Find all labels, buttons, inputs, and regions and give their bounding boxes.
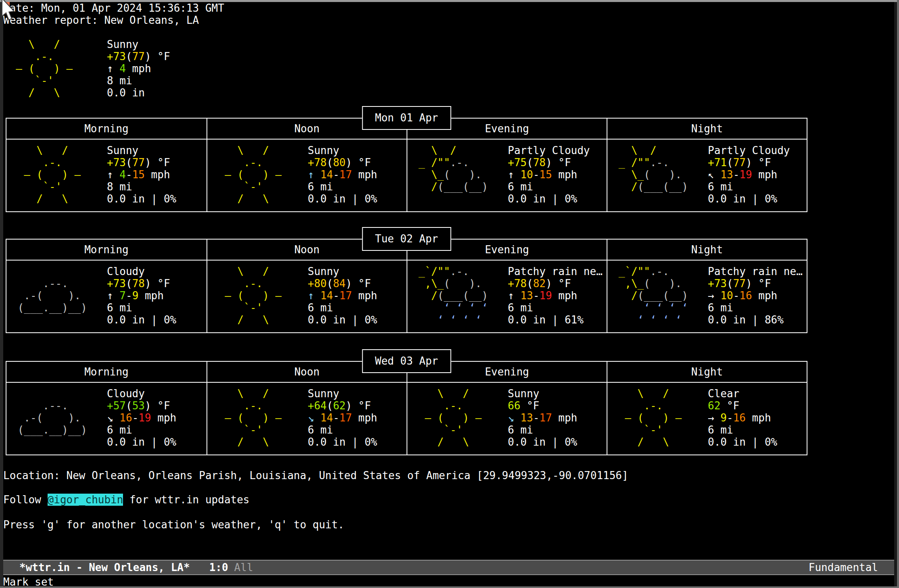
weather-art-icon: \ / .-. ― ( ) ― `-' / \ — [11, 144, 81, 205]
weather-cell-noon: \ / .-. ― ( ) ― `-' / \Sunny+80(84) °F↑ … — [206, 261, 407, 332]
precipitation-value: 0.0 in | 0% — [107, 436, 176, 448]
weather-cell-morning: .--. .-( ). (___.__)__)Cloudy+73(78) °F↑… — [6, 261, 206, 332]
wind-value: → 9-16 mph — [708, 412, 777, 424]
temperature-value: +78(82) °F — [508, 277, 603, 290]
precipitation-value: 0.0 in | 0% — [508, 436, 577, 448]
condition-label: Cloudy — [107, 388, 176, 400]
weather-art-icon: \ / .-. ― ( ) ― `-' / \ — [412, 388, 482, 448]
weather-art-icon: .--. .-( ). (___.__)__) — [11, 388, 87, 448]
temperature-value: +80(84) °F — [308, 277, 377, 290]
forecast-table-body: \ / .-. ― ( ) ― `-' / \Sunny+73(77) °F↑ … — [6, 140, 807, 211]
precipitation-value: 0.0 in | 0% — [308, 193, 377, 205]
date-line: Date: Mon, 01 Apr 2024 15:36:13 GMT — [3, 2, 224, 14]
forecast-table-body: .--. .-( ). (___.__)__)Cloudy+73(78) °F↑… — [6, 261, 807, 332]
wind-value: ↑ 14-17 mph — [308, 290, 377, 302]
visibility-value: 6 mi — [308, 424, 377, 436]
follow-prefix: Follow — [3, 494, 48, 506]
wind-value: ↘ 16-19 mph — [107, 412, 176, 424]
weather-cell-text: Sunny+73(77) °F↑ 4-15 mph8 mi0.0 in | 0% — [107, 144, 176, 205]
current-conditions: \ / .-. ― ( ) ― `-' / \ Sunny +73(77) °F… — [3, 38, 366, 99]
visibility-value: 6 mi — [708, 302, 803, 314]
day-label: Tue 02 Apr — [362, 227, 451, 251]
wind-value: ↘ 14-17 mph — [308, 412, 377, 424]
frame-border-top — [0, 0, 899, 2]
condition-label: Sunny — [107, 144, 176, 156]
weather-cell-text: Sunny+78(80) °F↑ 14-17 mph6 mi0.0 in | 0… — [308, 144, 377, 205]
weather-cell-morning: .--. .-( ). (___.__)__)Cloudy+57(53) °F↘… — [6, 383, 206, 455]
precipitation-value: 0.0 in | 0% — [107, 314, 176, 326]
weather-art-icon: \ / .-. ― ( ) ― `-' / \ — [212, 388, 282, 448]
condition-label: Sunny — [508, 388, 577, 400]
emacs-modeline[interactable]: *wttr.in - New Orleans, LA*1:0All Fundam… — [0, 560, 895, 575]
modeline-left: *wttr.in - New Orleans, LA*1:0All — [0, 561, 253, 574]
weather-cell-text: Partly Cloudy+75(78) °F↑ 10-15 mph6 mi0.… — [508, 144, 590, 205]
condition-label: Cloudy — [107, 265, 176, 277]
weather-cell-text: Cloudy+57(53) °F↘ 16-19 mph6 mi0.0 in | … — [107, 388, 176, 448]
column-header-morning: Morning — [6, 240, 206, 260]
forecast-table: MorningNoonEveningNight .--. .-( ). (___… — [6, 239, 807, 333]
weather-art-icon: _`/"".-. ,\_( ). /(___(__) ‘ ‘ ‘ ‘ ‘ ‘ ‘… — [412, 265, 488, 326]
precipitation-value: 0.0 in | 86% — [708, 314, 803, 326]
weather-cell-evening: \ / .-. ― ( ) ― `-' / \Sunny66 °F↘ 13-17… — [407, 383, 607, 455]
weather-art-icon: \ / _ /"".-. \_( ). /(___(__) — [612, 144, 688, 205]
follow-suffix: for wttr.in updates — [123, 494, 249, 506]
precipitation-value: 0.0 in | 0% — [308, 314, 377, 326]
weather-art-icon: \ / .-. ― ( ) ― `-' / \ — [612, 388, 682, 448]
column-header-morning: Morning — [6, 362, 206, 382]
condition-label: Clear — [708, 388, 777, 400]
forecast-table-body: .--. .-( ). (___.__)__)Cloudy+57(53) °F↘… — [6, 383, 807, 455]
column-header-night: Night — [607, 240, 807, 260]
forecast-table: MorningNoonEveningNight .--. .-( ). (___… — [6, 361, 807, 455]
weather-cell-night: _`/"".-. ,\_( ). /(___(__) ‘ ‘ ‘ ‘ ‘ ‘ ‘… — [607, 261, 807, 332]
date-text: ate: Mon, 01 Apr 2024 15:36:13 GMT — [10, 2, 224, 14]
scrollbar[interactable] — [894, 2, 897, 586]
weather-cell-night: \ / _ /"".-. \_( ). /(___(__)Partly Clou… — [607, 140, 807, 211]
column-header-night: Night — [607, 362, 807, 382]
column-header-night: Night — [607, 119, 807, 139]
temperature-value: 66 °F — [508, 400, 577, 412]
weather-art-icon: \ / _ /"".-. \_( ). /(___(__) — [412, 144, 488, 205]
day-label: Mon 01 Apr — [362, 106, 451, 130]
visibility-value: 6 mi — [708, 424, 777, 436]
weather-cell-evening: _`/"".-. ,\_( ). /(___(__) ‘ ‘ ‘ ‘ ‘ ‘ ‘… — [407, 261, 607, 332]
weather-cell-noon: \ / .-. ― ( ) ― `-' / \Sunny+78(80) °F↑ … — [206, 140, 407, 211]
keyboard-hint-line: Press 'g' for another location's weather… — [3, 519, 344, 531]
weather-cell-evening: \ / _ /"".-. \_( ). /(___(__)Partly Clou… — [407, 140, 607, 211]
twitter-handle-badge[interactable]: @igor_chubin — [48, 494, 123, 506]
cursor-position: 1:0 — [209, 561, 228, 573]
condition-label: Patchy rain ne… — [708, 265, 803, 277]
temperature-value: +64(62) °F — [308, 400, 377, 412]
weather-cell-text: Partly Cloudy+71(77) °F↖ 13-19 mph6 mi0.… — [708, 144, 790, 205]
weather-cell-text: Patchy rain ne…+73(77) °F→ 10-16 mph6 mi… — [708, 265, 803, 326]
wind-value: ↖ 13-19 mph — [708, 169, 790, 181]
day-section: Wed 03 AprMorningNoonEveningNight .--. .… — [6, 349, 807, 458]
condition-label: Patchy rain ne… — [508, 265, 603, 277]
condition-label: Sunny — [107, 38, 170, 50]
temperature-value: +78(80) °F — [308, 156, 377, 169]
visibility-value: 6 mi — [308, 302, 377, 314]
weather-cell-noon: \ / .-. ― ( ) ― `-' / \Sunny+64(62) °F↘ … — [206, 383, 407, 455]
precipitation-value: 0.0 in | 0% — [508, 193, 590, 205]
mouse-pointer-icon — [0, 0, 17, 26]
scroll-indicator: All — [234, 561, 253, 573]
temperature-value: 62 °F — [708, 400, 777, 412]
precipitation-value: 0.0 in | 0% — [107, 193, 176, 205]
day-label: Wed 03 Apr — [362, 349, 451, 373]
condition-label: Sunny — [308, 388, 377, 400]
major-mode-label: Fundamental — [809, 561, 894, 574]
weather-art-icon: \ / .-. ― ( ) ― `-' / \ — [212, 265, 282, 326]
precipitation-value: 0.0 in — [107, 87, 170, 99]
temperature-value: +71(77) °F — [708, 156, 790, 169]
weather-art-icon: \ / .-. ― ( ) ― `-' / \ — [212, 144, 282, 205]
condition-label: Sunny — [308, 265, 377, 277]
left-fringe — [0, 2, 3, 586]
visibility-value: 6 mi — [107, 424, 176, 436]
temperature-value: +73(77) °F — [708, 277, 803, 290]
wind-value: ↑ 4 mph — [107, 63, 170, 75]
column-header-morning: Morning — [6, 119, 206, 139]
condition-label: Partly Cloudy — [508, 144, 590, 156]
weather-cell-text: Patchy rain ne…+78(82) °F↑ 13-19 mph6 mi… — [508, 265, 603, 326]
frame-border-bottom — [0, 586, 899, 588]
temperature-value: +73(77) °F — [107, 156, 176, 169]
weather-cell-morning: \ / .-. ― ( ) ― `-' / \Sunny+73(77) °F↑ … — [6, 140, 206, 211]
